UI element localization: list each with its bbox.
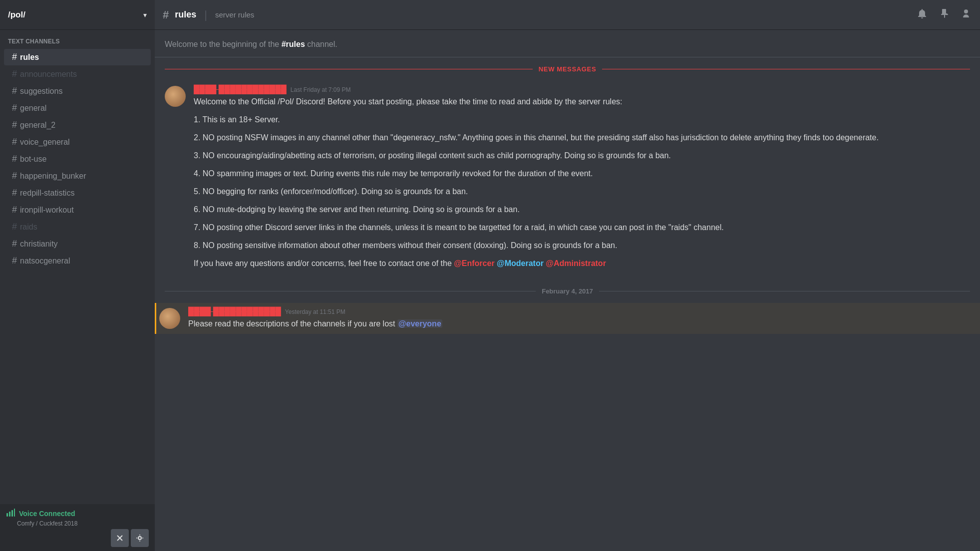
voice-settings-button[interactable] bbox=[131, 529, 149, 547]
channel-header-description: server rules bbox=[215, 10, 254, 19]
channel-name-voice-general: voice_general bbox=[20, 138, 70, 147]
channel-name-christianity: christianity bbox=[20, 240, 58, 249]
hash-icon: # bbox=[12, 86, 17, 96]
message-2-prefix: Please read the descriptions of the chan… bbox=[188, 319, 397, 328]
channels-list: TEXT CHANNELS # rules # announcements # … bbox=[0, 30, 155, 504]
new-messages-line-left bbox=[165, 69, 533, 69]
channel-item-general2[interactable]: # general_2 bbox=[4, 117, 151, 133]
channel-header-name: rules bbox=[175, 9, 196, 20]
channel-name-happening-bunker: happening_bunker bbox=[20, 172, 86, 181]
rule-1: 1. This is an 18+ Server. bbox=[194, 114, 970, 126]
date-line-right bbox=[599, 291, 970, 291]
date-divider: February 4, 2017 bbox=[155, 283, 980, 299]
message-1-username: ████ ████████████ bbox=[194, 85, 287, 94]
new-messages-divider: NEW MESSAGES bbox=[155, 61, 980, 77]
channel-name-announcements: announcements bbox=[20, 70, 77, 79]
beginning-text-suffix: channel. bbox=[307, 40, 337, 48]
message-1-timestamp: Last Friday at 7:09 PM bbox=[291, 86, 351, 93]
svg-rect-1 bbox=[9, 512, 10, 517]
notification-bell-icon[interactable] bbox=[916, 7, 928, 22]
rule-4: 4. NO spamming images or text. During ev… bbox=[194, 168, 970, 180]
hash-icon: # bbox=[12, 137, 17, 147]
hash-icon: # bbox=[12, 239, 17, 249]
channel-item-voice-general[interactable]: # voice_general bbox=[4, 134, 151, 150]
channel-name-ironpill: ironpill-workout bbox=[20, 206, 74, 215]
message-group-1: ████ ████████████ Last Friday at 7:09 PM… bbox=[155, 81, 980, 279]
channel-item-happening-bunker[interactable]: # happening_bunker bbox=[4, 168, 151, 184]
rule-5: 5. NO begging for ranks (enforcer/mod/of… bbox=[194, 186, 970, 198]
pin-icon[interactable] bbox=[938, 7, 950, 22]
avatar-1 bbox=[165, 86, 186, 107]
date-label: February 4, 2017 bbox=[536, 287, 599, 295]
hash-icon: # bbox=[12, 52, 17, 62]
rule-7: 7. NO posting other Discord server links… bbox=[194, 222, 970, 234]
avatar-2 bbox=[159, 308, 180, 329]
beginning-text-prefix: Welcome to the beginning of the bbox=[165, 40, 282, 48]
channel-item-ironpill[interactable]: # ironpill-workout bbox=[4, 202, 151, 218]
svg-rect-0 bbox=[6, 513, 8, 517]
svg-point-4 bbox=[138, 537, 141, 540]
channel-header-left: # rules | server rules bbox=[163, 8, 254, 21]
everyone-mention: @everyone bbox=[397, 319, 442, 328]
administrator-mention: @Administrator bbox=[546, 259, 606, 268]
voice-signal-icon bbox=[6, 508, 15, 519]
contact-line: If you have any questions and/or concern… bbox=[194, 258, 970, 270]
channel-item-rules[interactable]: # rules bbox=[4, 49, 151, 65]
channel-item-redpill[interactable]: # redpill-statistics bbox=[4, 185, 151, 201]
moderator-mention: @Moderator bbox=[497, 259, 544, 268]
channel-item-general[interactable]: # general bbox=[4, 100, 151, 116]
messages-area: Welcome to the beginning of the #rules c… bbox=[155, 30, 980, 551]
new-messages-line-right bbox=[602, 69, 970, 69]
hash-icon: # bbox=[12, 120, 17, 130]
voice-connected-row: Voice Connected bbox=[6, 508, 149, 519]
hash-icon: # bbox=[12, 256, 17, 266]
sidebar-header[interactable]: /pol/ ▾ bbox=[0, 0, 155, 30]
message-2-username: ████ ████████████ bbox=[188, 307, 281, 316]
channel-name-rules: rules bbox=[20, 53, 39, 62]
server-name: /pol/ bbox=[8, 10, 143, 20]
voice-disconnect-button[interactable] bbox=[111, 529, 129, 547]
channel-name-general: general bbox=[20, 104, 46, 113]
voice-channel-name: Comfy / Cuckfest 2018 bbox=[6, 520, 149, 527]
message-1-content: ████ ████████████ Last Friday at 7:09 PM… bbox=[194, 85, 970, 276]
channel-header: # rules | server rules bbox=[155, 0, 980, 30]
message-2-header: ████ ████████████ Yesterday at 11:51 PM bbox=[188, 307, 970, 316]
members-icon[interactable] bbox=[960, 7, 972, 22]
main-content: # rules | server rules bbox=[155, 0, 980, 551]
date-line-left bbox=[165, 291, 536, 291]
channel-name-natsocgeneral: natsocgeneral bbox=[20, 257, 70, 266]
rules-intro: Welcome to the Official /Pol/ Discord! B… bbox=[194, 96, 970, 108]
channel-item-natsocgeneral[interactable]: # natsocgeneral bbox=[4, 253, 151, 269]
rule-3: 3. NO encouraging/aiding/abetting acts o… bbox=[194, 150, 970, 162]
channel-header-hash-icon: # bbox=[163, 8, 169, 21]
channel-item-announcements[interactable]: # announcements bbox=[4, 66, 151, 82]
svg-rect-2 bbox=[11, 510, 13, 517]
channel-item-bot-use[interactable]: # bot-use bbox=[4, 151, 151, 167]
channel-name-redpill: redpill-statistics bbox=[20, 189, 74, 198]
hash-icon: # bbox=[12, 222, 17, 232]
chevron-down-icon: ▾ bbox=[143, 11, 147, 19]
message-group-2: ████ ████████████ Yesterday at 11:51 PM … bbox=[155, 303, 980, 334]
voice-connected-label: Voice Connected bbox=[19, 510, 75, 518]
message-2-content: ████ ████████████ Yesterday at 11:51 PM … bbox=[188, 307, 970, 330]
channel-header-divider: | bbox=[204, 8, 207, 21]
rule-8: 8. NO posting sensitive information abou… bbox=[194, 240, 970, 252]
hash-icon: # bbox=[12, 205, 17, 215]
channel-item-suggestions[interactable]: # suggestions bbox=[4, 83, 151, 99]
message-2-text: Please read the descriptions of the chan… bbox=[188, 318, 970, 330]
svg-rect-3 bbox=[14, 509, 15, 517]
hash-icon: # bbox=[12, 171, 17, 181]
enforcer-mention: @Enforcer bbox=[454, 259, 494, 268]
channel-item-raids[interactable]: # raids bbox=[4, 219, 151, 235]
rule-6: 6. NO mute-dodging by leaving the server… bbox=[194, 204, 970, 216]
beginning-channel-name: #rules bbox=[282, 40, 305, 48]
hash-icon: # bbox=[12, 103, 17, 113]
channel-sidebar: /pol/ ▾ TEXT CHANNELS # rules # announce… bbox=[0, 0, 155, 551]
hash-icon: # bbox=[12, 69, 17, 79]
hash-icon: # bbox=[12, 188, 17, 198]
channel-item-christianity[interactable]: # christianity bbox=[4, 236, 151, 252]
new-messages-label: NEW MESSAGES bbox=[533, 65, 602, 73]
channel-name-general2: general_2 bbox=[20, 121, 55, 130]
channel-name-raids: raids bbox=[20, 223, 37, 232]
hash-icon: # bbox=[12, 154, 17, 164]
